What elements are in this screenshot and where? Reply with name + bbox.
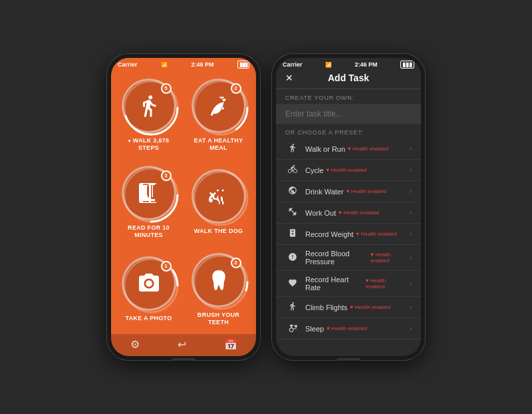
photo-badge: 1	[161, 261, 172, 272]
battery-left: ▮▮▮	[237, 61, 249, 69]
status-bar-right: Carrier 📶 2:46 PM ▮▮▮	[276, 58, 421, 70]
read-label: READ FOR 10MINUTES	[128, 224, 170, 239]
sleep-chevron: ›	[410, 325, 412, 332]
workout-chevron: ›	[410, 209, 412, 216]
task-eat[interactable]: 2 EAT A HEALTHYMEAL	[186, 74, 251, 156]
cycle-icon	[285, 164, 300, 176]
preset-weight[interactable]: Record Weight ♥ Health enabled ›	[276, 224, 421, 245]
time-right: 2:46 PM	[355, 61, 378, 68]
workout-name: Work Out	[305, 209, 336, 217]
bp-content: Record Blood Pressure ♥ Health enabled	[305, 250, 404, 266]
task-dog[interactable]: WALK THE DOG	[186, 161, 251, 243]
photo-label: TAKE A PHOTO	[125, 315, 172, 322]
weight-content: Record Weight ♥ Health enabled	[305, 230, 404, 238]
walk-run-icon	[285, 143, 300, 154]
sleep-name: Sleep	[305, 325, 324, 333]
preset-sleep[interactable]: Sleep ♥ Health enabled ›	[276, 318, 421, 339]
add-task-body: CREATE YOUR OWN: OR CHOOSE A PRESET: Wal…	[276, 89, 421, 356]
walk-label: ♥ WALK 3,678STEPS	[128, 137, 170, 152]
create-section-label: CREATE YOUR OWN:	[276, 89, 421, 104]
preset-section-label: OR CHOOSE A PRESET:	[276, 124, 421, 138]
left-phone: Carrier 📶 2:46 PM ▮▮▮ 5	[107, 54, 260, 360]
sleep-health: ♥ Health enabled	[327, 325, 367, 331]
flights-chevron: ›	[410, 304, 412, 311]
carrier-left: Carrier	[118, 61, 138, 68]
preset-bp[interactable]: Record Blood Pressure ♥ Health enabled ›	[276, 245, 421, 271]
sleep-icon	[285, 323, 300, 334]
dog-label: WALK THE DOG	[194, 228, 243, 235]
walk-badge: 5	[161, 83, 172, 94]
water-name: Drink Water	[305, 188, 344, 196]
task-teeth[interactable]: 2 BRUSH YOURTEETH	[186, 248, 251, 330]
bp-name: Record Blood Pressure	[305, 250, 368, 266]
heart-rate-name: Record Heart Rate	[305, 276, 363, 292]
workout-content: Work Out ♥ Health enabled	[305, 209, 404, 217]
preset-water[interactable]: Drink Water ♥ Health enabled ›	[276, 181, 421, 202]
read-badge: 3	[161, 170, 172, 181]
task-grid: 5 ♥ WALK 3,678STEPS	[111, 70, 256, 334]
workout-icon	[285, 207, 300, 218]
workout-health: ♥ Health enabled	[338, 210, 379, 216]
close-button[interactable]: ✕	[285, 73, 293, 83]
bottom-toolbar: ⚙ ↩ 📅	[111, 334, 256, 356]
teeth-label: BRUSH YOURTEETH	[198, 311, 239, 326]
settings-icon[interactable]: ⚙	[130, 338, 140, 351]
heart-rate-health: ♥ Health enabled	[366, 278, 404, 290]
preset-workout[interactable]: Work Out ♥ Health enabled ›	[276, 202, 421, 224]
cycle-content: Cycle ♥ Health enabled	[305, 166, 404, 174]
flights-icon	[285, 302, 300, 313]
heart-rate-icon	[285, 278, 300, 290]
svg-point-7	[194, 172, 247, 225]
eat-label: EAT A HEALTHYMEAL	[194, 137, 243, 152]
task-walk[interactable]: 5 ♥ WALK 3,678STEPS	[116, 74, 181, 156]
add-task-title: Add Task	[328, 73, 369, 83]
right-phone: Carrier 📶 2:46 PM ▮▮▮ ✕ Add Task CREATE …	[272, 54, 425, 360]
eat-badge: 2	[231, 83, 241, 94]
task-read[interactable]: 3 READ FOR 10MINUTES	[116, 161, 181, 243]
task-title-input[interactable]	[276, 104, 421, 124]
cycle-chevron: ›	[410, 166, 412, 174]
preset-walk-run[interactable]: Walk or Run ♥ Health enabled ›	[276, 138, 421, 160]
weight-chevron: ›	[410, 230, 412, 238]
status-bar-left: Carrier 📶 2:46 PM ▮▮▮	[111, 58, 256, 70]
flights-health: ♥ Health enabled	[350, 304, 391, 310]
share-icon[interactable]: ↩	[178, 338, 186, 351]
flights-content: Climb Flights ♥ Health enabled	[305, 304, 404, 311]
time-left: 2:46 PM	[192, 61, 214, 68]
teeth-badge: 2	[231, 258, 241, 268]
weight-health: ♥ Health enabled	[356, 231, 397, 237]
heart-tiny: ♥	[128, 138, 131, 143]
weight-name: Record Weight	[305, 230, 354, 238]
walk-run-name: Walk or Run	[305, 145, 345, 153]
cycle-name: Cycle	[305, 166, 324, 174]
walk-run-content: Walk or Run ♥ Health enabled	[305, 145, 404, 153]
heart-rate-chevron: ›	[410, 280, 412, 288]
preset-flights[interactable]: Climb Flights ♥ Health enabled ›	[276, 297, 421, 318]
bp-health: ♥ Health enabled	[370, 252, 404, 264]
sleep-content: Sleep ♥ Health enabled	[305, 325, 404, 333]
cycle-health: ♥ Health enabled	[327, 167, 367, 173]
preset-list: Walk or Run ♥ Health enabled › Cycle ♥ H…	[276, 138, 421, 356]
water-chevron: ›	[410, 188, 412, 195]
task-photo[interactable]: 1 TAKE A PHOTO	[116, 248, 181, 330]
water-content: Drink Water ♥ Health enabled	[305, 188, 404, 196]
flights-name: Climb Flights	[305, 304, 348, 311]
water-health: ♥ Health enabled	[346, 188, 387, 194]
carrier-right: Carrier	[283, 61, 303, 68]
bp-icon	[285, 252, 300, 264]
add-task-header: ✕ Add Task	[276, 70, 421, 89]
water-icon	[285, 186, 300, 197]
walk-run-chevron: ›	[410, 145, 412, 152]
preset-heart-rate[interactable]: Record Heart Rate ♥ Health enabled ›	[276, 271, 421, 297]
heart-rate-content: Record Heart Rate ♥ Health enabled	[305, 276, 404, 292]
weight-icon	[285, 228, 300, 240]
battery-right: ▮▮▮	[400, 61, 414, 69]
walk-run-health: ♥ Health enabled	[348, 146, 388, 152]
bp-chevron: ›	[410, 254, 412, 262]
preset-cycle[interactable]: Cycle ♥ Health enabled ›	[276, 160, 421, 181]
calendar-icon[interactable]: 📅	[224, 338, 237, 351]
